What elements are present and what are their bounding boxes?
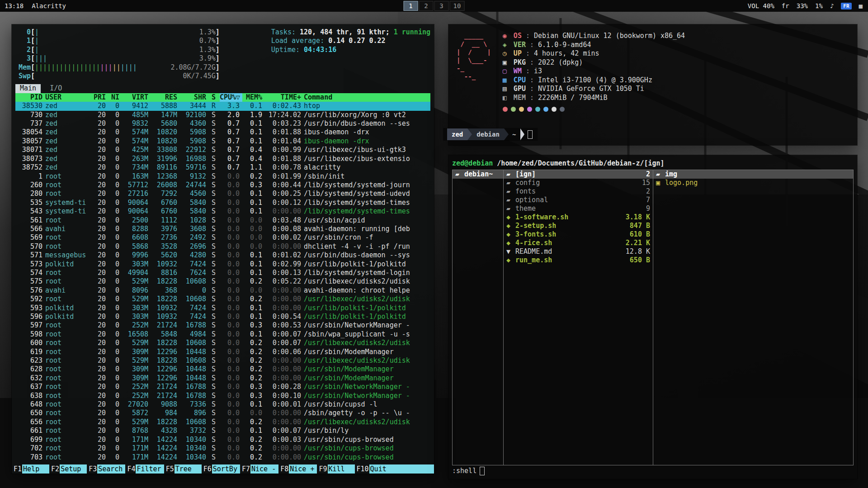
process-row[interactable]: 38057 zed 20 0 574M 10820 5908 S 0.7 0.1… xyxy=(15,137,430,146)
process-row[interactable]: 737 zed 20 0 9832 5680 4360 S 0.7 0.1 0:… xyxy=(15,119,430,128)
function-key[interactable]: F7Nice - xyxy=(240,464,278,474)
col-res[interactable]: RES xyxy=(151,93,180,102)
function-key[interactable]: F4Filter xyxy=(125,464,164,474)
function-key[interactable]: F3Search xyxy=(87,464,125,474)
file-entry[interactable]: ▰[ign]2 xyxy=(504,170,653,179)
cpu-meter-label: 0 xyxy=(15,28,31,37)
col-mem[interactable]: MEM% xyxy=(242,93,265,102)
command-line-bar[interactable]: :shell xyxy=(452,465,854,476)
process-row[interactable]: 637 root 20 0 252M 21724 16788 S 0.0 0.3… xyxy=(15,383,430,391)
process-row[interactable]: 535 systemd-ti 20 0 90064 6760 5840 S 0.… xyxy=(15,199,430,207)
function-key[interactable]: F6SortBy xyxy=(202,464,240,474)
col-time[interactable]: TIME+ xyxy=(265,93,304,102)
process-row[interactable]: 632 root 20 0 309M 12296 10448 S 0.0 0.2… xyxy=(15,374,430,383)
file-entry[interactable]: ▰theme9 xyxy=(504,204,653,213)
process-row[interactable]: 574 root 20 0 49904 8816 7624 S 0.0 0.1 … xyxy=(15,269,430,277)
process-row[interactable]: 280 root 20 0 27216 7292 4560 S 0.0 0.1 … xyxy=(15,190,430,198)
function-key[interactable]: F10Quit xyxy=(355,464,396,474)
col-ni[interactable]: NI xyxy=(108,93,122,102)
col-pid[interactable]: PID xyxy=(15,93,45,102)
res-cell: 984 xyxy=(151,409,180,417)
col-command[interactable]: Command xyxy=(304,93,430,102)
function-key[interactable]: F1Help xyxy=(12,464,49,474)
col-virt[interactable]: VIRT xyxy=(122,93,151,102)
process-row[interactable]: 573 polkitd 20 0 303M 10932 7424 S 0.0 0… xyxy=(15,260,430,269)
process-row[interactable]: 561 root 20 0 2500 1112 1028 S 0.0 0.0 0… xyxy=(15,216,430,225)
function-key[interactable]: F9Kill xyxy=(317,464,354,474)
col-state[interactable]: S xyxy=(209,93,220,102)
file-entry[interactable]: ▼README.md12.8 K xyxy=(504,247,653,256)
process-row[interactable]: 38071 zed 20 0 425M 33808 22912 S 0.7 0.… xyxy=(15,146,430,154)
process-row[interactable]: 703 root 20 0 171M 14224 10340 S 0.0 0.2… xyxy=(15,453,430,462)
fetch-line-label: MEM xyxy=(514,94,526,103)
process-row[interactable]: 260 root 20 0 57712 26008 24744 S 0.0 0.… xyxy=(15,181,430,190)
process-row[interactable]: 656 root 20 0 529M 18228 10608 S 0.0 0.2… xyxy=(15,418,430,426)
file-entry[interactable]: ▰config15 xyxy=(504,179,653,187)
function-key[interactable]: F5Tree xyxy=(164,464,202,474)
workspace-button[interactable]: 2 xyxy=(419,1,434,11)
process-row[interactable]: 570 root 20 0 5868 3528 2696 S 0.0 0.0 0… xyxy=(15,242,430,251)
workspace-button[interactable]: 10 xyxy=(450,1,465,11)
file-entry[interactable]: ◆3-fonts.sh610 B xyxy=(504,230,653,239)
workspace-button[interactable]: 3 xyxy=(434,1,449,11)
process-row[interactable]: 575 root 20 0 529M 18228 10608 S 0.0 0.2… xyxy=(15,277,430,286)
file-entry[interactable]: ◆4-rice.sh2.21 K xyxy=(504,239,653,247)
file-size: 650 B xyxy=(626,256,650,265)
process-row[interactable]: 648 root 20 0 27020 9088 7336 S 0.0 0.1 … xyxy=(15,400,430,409)
volume-icon[interactable]: ♪ xyxy=(830,2,834,9)
workspace-button[interactable]: 1 xyxy=(404,1,418,11)
process-row[interactable]: 597 root 20 0 252M 21724 16788 S 0.0 0.3… xyxy=(15,321,430,330)
memory-percent: 33% xyxy=(797,2,808,9)
process-row[interactable]: 571 messagebus 20 0 9996 5620 4280 S 0.0… xyxy=(15,251,430,260)
file-entry[interactable]: ◆run_me.sh650 B xyxy=(504,256,653,265)
process-row[interactable]: 623 root 20 0 529M 18228 10608 S 0.0 0.2… xyxy=(15,356,430,365)
col-shr[interactable]: SHR xyxy=(180,93,209,102)
process-row[interactable]: 38752 zed 20 0 734M 89116 59716 S 0.7 1.… xyxy=(15,163,430,172)
process-row[interactable]: 38073 zed 20 0 263M 31996 16988 S 0.7 0.… xyxy=(15,155,430,163)
process-row[interactable]: 38530 zed 20 0 9412 5888 3444 R 3.3 0.1 … xyxy=(15,102,430,110)
process-row[interactable]: 566 avahi 20 0 8288 3976 3608 S 0.0 0.0 … xyxy=(15,225,430,233)
process-row[interactable]: 576 avahi 20 0 8096 368 0 S 0.0 0.0 0:00… xyxy=(15,286,430,295)
process-row[interactable]: 1 root 20 0 163M 12368 9132 S 0.0 0.2 0:… xyxy=(15,172,430,181)
col-cpu-sort[interactable]: CPU%▽ xyxy=(220,93,242,102)
file-entry[interactable]: ▰fonts2 xyxy=(504,187,653,196)
process-row[interactable]: 592 root 20 0 529M 18228 10608 S 0.0 0.2… xyxy=(15,295,430,303)
tab-main[interactable]: Main xyxy=(15,84,41,93)
process-row[interactable]: 638 root 20 0 252M 21724 16788 S 0.0 0.3… xyxy=(15,392,430,400)
keyboard-flag-badge[interactable]: FR xyxy=(841,3,851,9)
user-cell: root xyxy=(45,374,92,383)
process-row[interactable]: 628 root 20 0 309M 12296 10448 S 0.0 0.2… xyxy=(15,365,430,374)
process-row[interactable]: 650 root 20 0 5872 984 896 S 0.0 0.0 0:0… xyxy=(15,409,430,417)
file-entry[interactable]: ◆1-software.sh3.18 K xyxy=(504,213,653,222)
tray-icon[interactable]: ▦ xyxy=(859,2,863,9)
process-row[interactable]: 38054 zed 20 0 574M 10820 5908 S 0.7 0.1… xyxy=(15,128,430,137)
shr-cell: 4984 xyxy=(180,330,209,339)
parent-dir-entry[interactable]: ▰debian~ xyxy=(453,170,503,179)
cpu-cell: 0.0 xyxy=(220,190,242,198)
process-row[interactable]: 730 zed 20 0 485M 147M 92100 S 2.0 1.9 1… xyxy=(15,111,430,119)
process-row[interactable]: 702 root 20 0 171M 14224 10340 S 0.0 0.2… xyxy=(15,444,430,453)
time-cell: 0:00.44 xyxy=(265,181,304,190)
user-cell: polkitd xyxy=(45,260,92,269)
tab-io[interactable]: I/O xyxy=(45,84,66,93)
process-row[interactable]: 600 root 20 0 529M 18228 10608 S 0.0 0.2… xyxy=(15,339,430,347)
mem-cell: 0.1 xyxy=(242,330,265,339)
process-row[interactable]: 543 systemd-ti 20 0 90064 6760 5840 S 0.… xyxy=(15,207,430,216)
process-row[interactable]: 593 polkitd 20 0 303M 10932 7424 S 0.0 0… xyxy=(15,304,430,313)
process-row[interactable]: 699 root 20 0 171M 14224 10340 S 0.0 0.2… xyxy=(15,436,430,444)
function-key[interactable]: F2Setup xyxy=(49,464,87,474)
col-pri[interactable]: PRI xyxy=(92,93,108,102)
process-row[interactable]: 598 root 20 0 16508 5848 4984 S 0.0 0.1 … xyxy=(15,330,430,339)
res-cell: 31996 xyxy=(151,155,180,163)
function-key[interactable]: F8Nice + xyxy=(278,464,317,474)
preview-entry[interactable]: ▣logo.png xyxy=(653,179,853,187)
process-row[interactable]: 569 root 20 0 6608 2736 2492 S 0.0 0.0 0… xyxy=(15,233,430,242)
process-row[interactable]: 596 polkitd 20 0 303M 10932 7424 S 0.0 0… xyxy=(15,313,430,321)
preview-entry[interactable]: ▰img xyxy=(653,170,853,179)
process-row[interactable]: 661 root 20 0 8768 4328 3732 S 0.0 0.1 0… xyxy=(15,426,430,435)
col-user[interactable]: USER xyxy=(45,93,92,102)
command-cell: avahi-daemon: chroot helpe xyxy=(304,286,430,295)
process-row[interactable]: 619 root 20 0 309M 12296 10448 S 0.0 0.2… xyxy=(15,348,430,356)
file-entry[interactable]: ▰optional7 xyxy=(504,196,653,204)
file-entry[interactable]: ◆2-setup.sh847 B xyxy=(504,222,653,230)
